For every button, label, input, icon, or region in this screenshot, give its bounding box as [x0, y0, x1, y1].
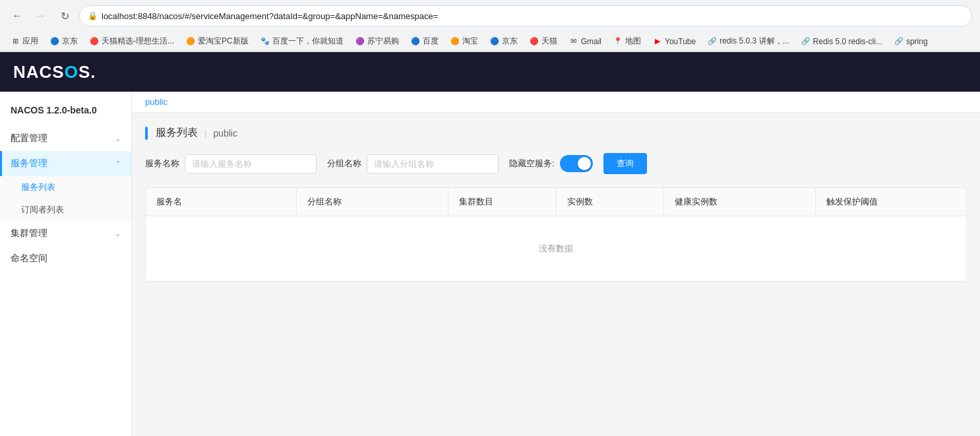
bookmark-icon-taobao-pc: 🟠 — [186, 37, 195, 46]
page-content: 服务列表 | public 服务名称 分组名称 隐藏空服务: — [132, 113, 980, 295]
bookmark-redis1[interactable]: 🔗 redis 5.0.3 讲解，... — [702, 34, 794, 49]
bookmark-icon-redis1: 🔗 — [708, 37, 717, 46]
bookmark-baidu[interactable]: 🔵 百度 — [406, 34, 444, 49]
bookmark-maps-label: 地图 — [625, 36, 641, 47]
bookmark-redis2-label: Redis 5.0 redis-cli... — [813, 37, 882, 46]
main-layout: NACOS 1.2.0-beta.0 配置管理 ⌄ 服务管理 ⌃ 服务列表 订阅… — [0, 92, 980, 436]
sidebar: NACOS 1.2.0-beta.0 配置管理 ⌄ 服务管理 ⌃ 服务列表 订阅… — [0, 92, 132, 436]
sidebar-item-subscriber-list[interactable]: 订阅者列表 — [0, 199, 131, 221]
browser-chrome: ← → ↻ 🔒 localhost:8848/nacos/#/serviceMa… — [0, 0, 980, 52]
col-header-service-name: 服务名 — [146, 188, 297, 216]
page-title-separator: | — [204, 128, 206, 138]
service-name-label: 服务名称 — [145, 158, 179, 170]
bookmark-icon-spring: 🔗 — [894, 37, 903, 46]
bookmark-tmall[interactable]: 🔴 天猫精选-理想生活... — [84, 34, 179, 49]
col-header-healthy-instance-count: 健康实例数 — [664, 188, 815, 216]
forward-button[interactable]: → — [32, 7, 50, 25]
apps-icon: ⊞ — [11, 37, 20, 46]
bookmark-icon-youtube: ▶ — [653, 37, 662, 46]
hide-empty-toggle[interactable] — [560, 155, 593, 172]
bookmark-icon-tmall: 🔴 — [90, 37, 99, 46]
bookmark-spring[interactable]: 🔗 spring — [889, 35, 933, 48]
sidebar-config-label: 配置管理 — [11, 133, 47, 144]
bookmark-icon-baidu: 🔵 — [411, 37, 420, 46]
reload-button[interactable]: ↻ — [55, 7, 74, 25]
bookmark-youtube-label: YouTube — [665, 37, 696, 46]
url-text: localhost:8848/nacos/#/serviceManagement… — [102, 11, 964, 21]
bookmark-taobao[interactable]: 🟠 淘宝 — [445, 34, 483, 49]
bookmark-baidu-search[interactable]: 🐾 百度一下，你就知道 — [255, 34, 349, 49]
toggle-slider — [560, 155, 593, 172]
logo-text: NACS — [13, 62, 65, 82]
bookmark-baidu-search-label: 百度一下，你就知道 — [272, 36, 344, 47]
sidebar-service-label: 服务管理 — [11, 158, 47, 170]
bookmark-taobao-pc-label: 爱淘宝PC新版 — [198, 36, 249, 47]
bookmark-icon-gmail: ✉ — [569, 37, 578, 46]
address-bar[interactable]: 🔒 localhost:8848/nacos/#/serviceManageme… — [79, 5, 972, 26]
bookmark-apps-label: 应用 — [22, 36, 38, 47]
breadcrumb-bar: public — [132, 92, 980, 113]
bookmark-tmall2[interactable]: 🔴 天猫 — [524, 34, 563, 49]
col-header-cluster-count: 集群数目 — [448, 188, 557, 216]
back-button[interactable]: ← — [8, 7, 26, 25]
page-subtitle: public — [213, 128, 237, 139]
bookmark-jd1[interactable]: 🔵 京东 — [45, 34, 83, 49]
bookmark-gmail-label: Gmail — [581, 37, 601, 46]
logo-dot: S. — [78, 62, 96, 82]
group-name-input[interactable] — [367, 154, 499, 173]
sidebar-namespace-label: 命名空间 — [11, 253, 47, 265]
sidebar-service-list-label: 服务列表 — [21, 182, 55, 192]
lock-icon: 🔒 — [88, 11, 98, 20]
sidebar-cluster-label: 集群管理 — [11, 228, 47, 239]
bookmark-gmail[interactable]: ✉ Gmail — [564, 35, 607, 48]
group-name-filter: 分组名称 — [327, 154, 499, 173]
bookmark-spring-label: spring — [906, 37, 928, 46]
col-header-group-name: 分组名称 — [297, 188, 448, 216]
page-title: 服务列表 — [156, 126, 198, 140]
bookmark-icon-taobao: 🟠 — [450, 37, 460, 46]
sidebar-item-service[interactable]: 服务管理 ⌃ — [0, 151, 131, 176]
col-header-protect-threshold: 触发保护阈值 — [816, 188, 966, 216]
nacos-logo: NACSOS. — [13, 62, 96, 82]
chevron-up-icon: ⌃ — [115, 160, 121, 168]
service-name-input[interactable] — [185, 154, 317, 173]
sidebar-item-config[interactable]: 配置管理 ⌄ — [0, 126, 131, 151]
nacos-header: NACSOS. — [0, 52, 980, 92]
bookmark-baidu-label: 百度 — [423, 36, 439, 47]
bookmark-suning-label: 苏宁易购 — [367, 36, 399, 47]
data-table: 服务名 分组名称 集群数目 实例数 健康实例数 触发保护阈值 没有数据 — [145, 187, 967, 282]
sidebar-version: NACOS 1.2.0-beta.0 — [0, 98, 131, 126]
hide-empty-label: 隐藏空服务: — [509, 158, 555, 170]
bookmark-jd2[interactable]: 🔵 京东 — [485, 34, 523, 49]
page-header: 服务列表 | public — [145, 126, 967, 140]
bookmarks-bar: ⊞ 应用 🔵 京东 🔴 天猫精选-理想生活... 🟠 爱淘宝PC新版 🐾 百度一… — [0, 32, 980, 51]
col-header-instance-count: 实例数 — [557, 188, 665, 216]
service-name-filter: 服务名称 — [145, 154, 317, 173]
bookmark-icon-maps: 📍 — [613, 37, 623, 46]
table-header: 服务名 分组名称 集群数目 实例数 健康实例数 触发保护阈值 — [146, 188, 966, 216]
breadcrumb-public[interactable]: public — [145, 97, 168, 107]
bookmark-tmall-label: 天猫精选-理想生活... — [102, 36, 174, 47]
bookmark-redis2[interactable]: 🔗 Redis 5.0 redis-cli... — [796, 35, 888, 48]
bookmark-icon-jd2: 🔵 — [490, 37, 499, 46]
bookmark-redis1-label: redis 5.0.3 讲解，... — [720, 36, 789, 47]
content-area: public 服务列表 | public 服务名称 分组 — [132, 92, 980, 436]
bookmark-icon-tmall2: 🔴 — [530, 37, 539, 46]
hide-empty-filter: 隐藏空服务: — [509, 155, 593, 172]
sidebar-service-submenu: 服务列表 订阅者列表 — [0, 176, 131, 221]
bookmark-youtube[interactable]: ▶ YouTube — [648, 35, 701, 48]
bookmark-icon-baidu-search: 🐾 — [260, 37, 270, 46]
page-header-bar — [145, 127, 148, 140]
app-wrapper: NACSOS. NACOS 1.2.0-beta.0 配置管理 ⌄ 服务管理 ⌃… — [0, 52, 980, 436]
query-button[interactable]: 查询 — [603, 153, 647, 174]
bookmark-suning[interactable]: 🟣 苏宁易购 — [350, 34, 404, 49]
bookmark-icon-jd1: 🔵 — [50, 37, 59, 46]
bookmark-taobao-pc[interactable]: 🟠 爱淘宝PC新版 — [181, 34, 254, 49]
bookmark-icon-suning: 🟣 — [355, 37, 365, 46]
sidebar-item-cluster[interactable]: 集群管理 ⌄ — [0, 221, 131, 246]
bookmark-maps[interactable]: 📍 地图 — [608, 34, 646, 49]
chevron-down-icon: ⌄ — [115, 135, 121, 143]
sidebar-item-namespace[interactable]: 命名空间 — [0, 246, 131, 271]
bookmark-apps[interactable]: ⊞ 应用 — [5, 34, 44, 49]
sidebar-item-service-list[interactable]: 服务列表 — [0, 176, 131, 199]
